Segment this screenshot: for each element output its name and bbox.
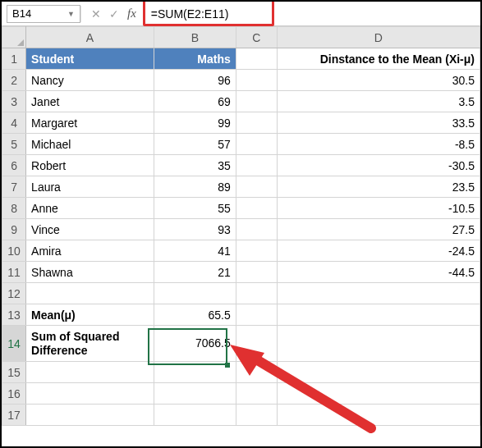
cell-B6[interactable]: 35 bbox=[154, 155, 236, 176]
cell-D14[interactable] bbox=[277, 326, 480, 362]
cell-A2[interactable]: Nancy bbox=[26, 70, 154, 91]
spreadsheet-grid[interactable]: A B C D 1 Student Maths Dinstance to the… bbox=[2, 26, 480, 426]
cell-B13[interactable]: 65.5 bbox=[154, 304, 236, 326]
row-head-16[interactable]: 16 bbox=[2, 383, 26, 405]
cell-C13[interactable] bbox=[236, 304, 277, 326]
cell-D12[interactable] bbox=[277, 283, 480, 304]
row-head-9[interactable]: 9 bbox=[2, 219, 26, 240]
cell-B12[interactable] bbox=[154, 283, 236, 304]
cell-C17[interactable] bbox=[236, 405, 277, 426]
cell-B1[interactable]: Maths bbox=[154, 48, 236, 70]
cell-B9[interactable]: 93 bbox=[154, 219, 236, 240]
cell-D6[interactable]: -30.5 bbox=[277, 155, 480, 176]
cell-A12[interactable] bbox=[26, 283, 154, 304]
cell-B3[interactable]: 69 bbox=[154, 91, 236, 112]
name-box-value: B14 bbox=[12, 7, 31, 20]
cell-D1[interactable]: Dinstance to the Mean (Xi-μ) bbox=[277, 48, 480, 70]
cell-A17[interactable] bbox=[26, 405, 154, 426]
cell-C8[interactable] bbox=[236, 198, 277, 219]
cell-D15[interactable] bbox=[277, 362, 480, 383]
row-head-5[interactable]: 5 bbox=[2, 134, 26, 155]
cell-D2[interactable]: 30.5 bbox=[277, 70, 480, 91]
row-head-6[interactable]: 6 bbox=[2, 155, 26, 176]
row-head-4[interactable]: 4 bbox=[2, 112, 26, 134]
cell-A11[interactable]: Shawna bbox=[26, 262, 154, 283]
cell-B16[interactable] bbox=[154, 383, 236, 405]
cell-A7[interactable]: Laura bbox=[26, 176, 154, 198]
cell-D13[interactable] bbox=[277, 304, 480, 326]
cell-A15[interactable] bbox=[26, 362, 154, 383]
cell-C10[interactable] bbox=[236, 240, 277, 262]
cell-A14[interactable]: Sum of Squared Difference bbox=[26, 326, 154, 362]
cancel-icon[interactable]: ✕ bbox=[91, 7, 101, 21]
cell-D10[interactable]: -24.5 bbox=[277, 240, 480, 262]
row-head-12[interactable]: 12 bbox=[2, 283, 26, 304]
cell-A1[interactable]: Student bbox=[26, 48, 154, 70]
cell-B5[interactable]: 57 bbox=[154, 134, 236, 155]
cell-C7[interactable] bbox=[236, 176, 277, 198]
cell-C6[interactable] bbox=[236, 155, 277, 176]
enter-icon[interactable]: ✓ bbox=[109, 7, 119, 21]
row-head-15[interactable]: 15 bbox=[2, 362, 26, 383]
cell-B11[interactable]: 21 bbox=[154, 262, 236, 283]
col-head-B[interactable]: B bbox=[154, 27, 236, 48]
cell-B17[interactable] bbox=[154, 405, 236, 426]
formula-text: =SUM(E2:E11) bbox=[151, 7, 229, 21]
name-box[interactable]: B14 ▼ bbox=[7, 5, 80, 23]
row-head-3[interactable]: 3 bbox=[2, 91, 26, 112]
row-head-17[interactable]: 17 bbox=[2, 405, 26, 426]
cell-B2[interactable]: 96 bbox=[154, 70, 236, 91]
cell-A3[interactable]: Janet bbox=[26, 91, 154, 112]
cell-A10[interactable]: Amira bbox=[26, 240, 154, 262]
formula-bar-buttons: ✕ ✓ fx bbox=[81, 7, 146, 21]
row-head-2[interactable]: 2 bbox=[2, 70, 26, 91]
cell-B8[interactable]: 55 bbox=[154, 198, 236, 219]
cell-C2[interactable] bbox=[236, 70, 277, 91]
cell-B14[interactable]: 7066.5 bbox=[154, 326, 236, 362]
cell-C5[interactable] bbox=[236, 134, 277, 155]
cell-D5[interactable]: -8.5 bbox=[277, 134, 480, 155]
row-head-11[interactable]: 11 bbox=[2, 262, 26, 283]
row-head-7[interactable]: 7 bbox=[2, 176, 26, 198]
row-head-1[interactable]: 1 bbox=[2, 48, 26, 70]
cell-A13[interactable]: Mean(μ) bbox=[26, 304, 154, 326]
row-head-8[interactable]: 8 bbox=[2, 198, 26, 219]
cell-C12[interactable] bbox=[236, 283, 277, 304]
cell-D11[interactable]: -44.5 bbox=[277, 262, 480, 283]
fx-icon[interactable]: fx bbox=[127, 7, 136, 21]
cell-D3[interactable]: 3.5 bbox=[277, 91, 480, 112]
cell-B7[interactable]: 89 bbox=[154, 176, 236, 198]
cell-B10[interactable]: 41 bbox=[154, 240, 236, 262]
cell-C4[interactable] bbox=[236, 112, 277, 134]
cell-D7[interactable]: 23.5 bbox=[277, 176, 480, 198]
cell-B15[interactable] bbox=[154, 362, 236, 383]
cell-D17[interactable] bbox=[277, 405, 480, 426]
col-head-C[interactable]: C bbox=[236, 27, 277, 48]
chevron-down-icon[interactable]: ▼ bbox=[67, 10, 75, 18]
cell-C14[interactable] bbox=[236, 326, 277, 362]
col-head-D[interactable]: D bbox=[277, 27, 480, 48]
cell-B4[interactable]: 99 bbox=[154, 112, 236, 134]
cell-D4[interactable]: 33.5 bbox=[277, 112, 480, 134]
cell-C11[interactable] bbox=[236, 262, 277, 283]
cell-C1[interactable] bbox=[236, 48, 277, 70]
cell-C9[interactable] bbox=[236, 219, 277, 240]
cell-D9[interactable]: 27.5 bbox=[277, 219, 480, 240]
row-head-14[interactable]: 14 bbox=[2, 326, 26, 362]
cell-A6[interactable]: Robert bbox=[26, 155, 154, 176]
cell-A4[interactable]: Margaret bbox=[26, 112, 154, 134]
cell-D8[interactable]: -10.5 bbox=[277, 198, 480, 219]
cell-A16[interactable] bbox=[26, 383, 154, 405]
formula-input[interactable]: =SUM(E2:E11) bbox=[146, 5, 475, 23]
cell-A5[interactable]: Michael bbox=[26, 134, 154, 155]
cell-C15[interactable] bbox=[236, 362, 277, 383]
cell-D16[interactable] bbox=[277, 383, 480, 405]
cell-C16[interactable] bbox=[236, 383, 277, 405]
select-all-corner[interactable] bbox=[2, 27, 26, 48]
row-head-10[interactable]: 10 bbox=[2, 240, 26, 262]
cell-C3[interactable] bbox=[236, 91, 277, 112]
cell-A8[interactable]: Anne bbox=[26, 198, 154, 219]
cell-A9[interactable]: Vince bbox=[26, 219, 154, 240]
col-head-A[interactable]: A bbox=[26, 27, 154, 48]
row-head-13[interactable]: 13 bbox=[2, 304, 26, 326]
